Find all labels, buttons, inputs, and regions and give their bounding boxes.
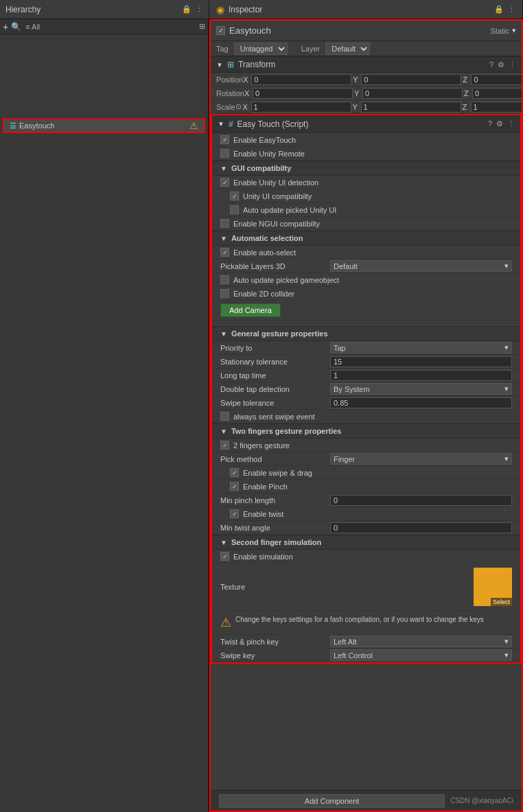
auto-update-go-checkbox[interactable]: [220, 275, 229, 284]
min-twist-input[interactable]: [330, 522, 512, 533]
enable-swipe-drag-checkbox[interactable]: [230, 468, 239, 477]
rotation-y-input[interactable]: [362, 88, 463, 99]
hierarchy-all-label: ≡ All: [25, 23, 40, 31]
twist-pinch-key-dropdown[interactable]: Left Alt ▾: [330, 636, 512, 647]
transform-help-icon[interactable]: ?: [489, 60, 493, 69]
hierarchy-tab[interactable]: Hierarchy 🔒 ⋮: [0, 0, 209, 19]
hierarchy-add-button[interactable]: +: [3, 21, 8, 32]
hierarchy-item-label: Easytouch: [19, 121, 54, 130]
scale-x-input[interactable]: [251, 102, 351, 113]
long-tap-time-input[interactable]: [330, 370, 512, 381]
enable-twist-label: Enable twist: [243, 510, 283, 518]
position-x-input[interactable]: [251, 74, 351, 85]
tag-dropdown[interactable]: Untagged: [234, 43, 288, 55]
second-finger-sim-arrow: ▼: [220, 539, 227, 546]
enable-auto-select-checkbox[interactable]: [220, 248, 229, 257]
lock-icon2[interactable]: 🔒: [494, 5, 504, 14]
enable-easytouch-row: Enable EasyTouch: [212, 133, 520, 147]
script-menu-icon[interactable]: ⋮: [507, 119, 515, 128]
min-pinch-input[interactable]: [330, 495, 512, 506]
ry-axis-label: Y: [354, 89, 361, 97]
script-settings-icon[interactable]: ⚙: [496, 119, 503, 128]
always-sent-checkbox[interactable]: [220, 412, 229, 421]
double-tap-dropdown[interactable]: By System ▾: [330, 383, 512, 395]
easy-touch-script-header: ▼ # Easy Touch (Script) ? ⚙ ⋮: [212, 115, 520, 133]
texture-select-button[interactable]: Select: [491, 598, 512, 606]
position-xyz: X Y Z: [243, 74, 523, 85]
stationary-tolerance-label: Stationary tolerance: [220, 358, 330, 366]
enable-sim-row: Enable simulation: [212, 550, 520, 564]
scale-y-input[interactable]: [361, 102, 461, 113]
enable-2d-checkbox[interactable]: [220, 289, 229, 298]
priority-to-dropdown[interactable]: Tap ▾: [330, 342, 512, 353]
enable-unity-ui-checkbox[interactable]: [220, 178, 229, 187]
enable-sim-checkbox[interactable]: [220, 552, 229, 561]
search-icon: 🔍: [11, 22, 21, 32]
static-dropdown[interactable]: ▾: [512, 26, 516, 35]
enable-unity-remote-checkbox[interactable]: [220, 149, 229, 158]
menu-icon[interactable]: ⋮: [196, 5, 203, 14]
general-gesture-section: ▼ General gesture properties: [212, 326, 520, 341]
texture-row: Texture Select: [212, 564, 520, 611]
sz-axis-label: Z: [463, 103, 469, 111]
texture-label: Texture: [220, 583, 275, 591]
auto-selection-label: Automatic selection: [231, 234, 303, 242]
enable-2d-label: Enable 2D collider: [233, 290, 294, 298]
scale-z-input[interactable]: [471, 102, 523, 113]
stationary-tolerance-row: Stationary tolerance: [212, 355, 520, 369]
position-row: Position X Y Z: [211, 73, 522, 86]
unity-ui-compat-checkbox[interactable]: [230, 192, 239, 200]
position-z-input[interactable]: [471, 74, 523, 85]
general-gesture-label: General gesture properties: [231, 329, 328, 338]
sx-axis-label: X: [243, 103, 250, 111]
long-tap-time-row: Long tap time: [212, 369, 520, 382]
priority-dropdown-arrow: ▾: [504, 343, 509, 352]
two-fingers-gesture-checkbox[interactable]: [220, 441, 229, 450]
min-twist-row: Min twist angle: [212, 521, 520, 535]
auto-selection-section: ▼ Automatic selection: [212, 231, 520, 246]
script-help-icon[interactable]: ?: [488, 119, 492, 128]
scale-xyz: X Y Z: [243, 102, 523, 113]
inspector-tab[interactable]: ◉ Inspector 🔒 ⋮: [209, 0, 523, 19]
rz-axis-label: Z: [464, 89, 471, 97]
warning-icon: ⚠: [220, 615, 231, 630]
transform-section-header: ▼ ⊞ Transform ? ⚙ ⋮: [211, 56, 522, 73]
enable-ngui-checkbox[interactable]: [220, 219, 229, 228]
z-axis-label: Z: [463, 76, 469, 84]
pick-method-dropdown[interactable]: Finger ▾: [330, 453, 512, 465]
add-component-button[interactable]: Add Component: [219, 794, 445, 808]
menu-icon2[interactable]: ⋮: [508, 5, 515, 14]
top-bar: Hierarchy 🔒 ⋮ ◉ Inspector 🔒 ⋮: [0, 0, 523, 19]
pickable-layers-dropdown[interactable]: Default ▾: [330, 260, 512, 272]
swipe-key-dropdown[interactable]: Left Control ▾: [330, 649, 512, 661]
transform-menu-icon[interactable]: ⋮: [509, 60, 516, 69]
inspector-panel: Easytouch Static ▾ Tag Untagged Layer De…: [209, 19, 523, 812]
lock-icon[interactable]: 🔒: [182, 5, 191, 14]
swipe-tolerance-input[interactable]: [330, 397, 512, 408]
auto-update-picked-row: Auto update picked Unity UI: [212, 203, 520, 217]
enable-pinch-checkbox[interactable]: [230, 482, 239, 491]
stationary-tolerance-input[interactable]: [330, 356, 512, 367]
enable-easytouch-checkbox[interactable]: [220, 135, 229, 144]
layer-label: Layer: [301, 45, 321, 53]
filter-icon[interactable]: ⊞: [199, 22, 205, 31]
position-y-input[interactable]: [361, 74, 461, 85]
transform-settings-icon[interactable]: ⚙: [498, 60, 504, 69]
double-tap-value: By System: [334, 385, 370, 393]
layer-dropdown[interactable]: Default: [325, 43, 370, 55]
hierarchy-item-easytouch[interactable]: ☰ Easytouch ⚠: [3, 118, 205, 133]
min-twist-label: Min twist angle: [220, 524, 330, 532]
rotation-z-input[interactable]: [472, 88, 523, 99]
rotation-x-input[interactable]: [253, 88, 353, 99]
hierarchy-content: ☰ Easytouch ⚠: [0, 34, 208, 812]
hierarchy-blurred-content: [0, 34, 208, 117]
warning-text: Change the keys settings for a fash comp…: [235, 615, 484, 625]
swipe-tolerance-row: Swipe tolerance: [212, 396, 520, 410]
add-camera-button[interactable]: Add Camera: [220, 303, 281, 317]
auto-update-picked-checkbox[interactable]: [230, 205, 239, 214]
gameobject-active-checkbox[interactable]: [216, 26, 225, 35]
enable-twist-checkbox[interactable]: [230, 509, 239, 518]
scale-row: Scale ⊙ X Y Z: [211, 100, 522, 114]
second-finger-sim-section: ▼ Second finger simulation: [212, 535, 520, 550]
twist-pinch-key-value: Left Alt: [334, 638, 357, 646]
